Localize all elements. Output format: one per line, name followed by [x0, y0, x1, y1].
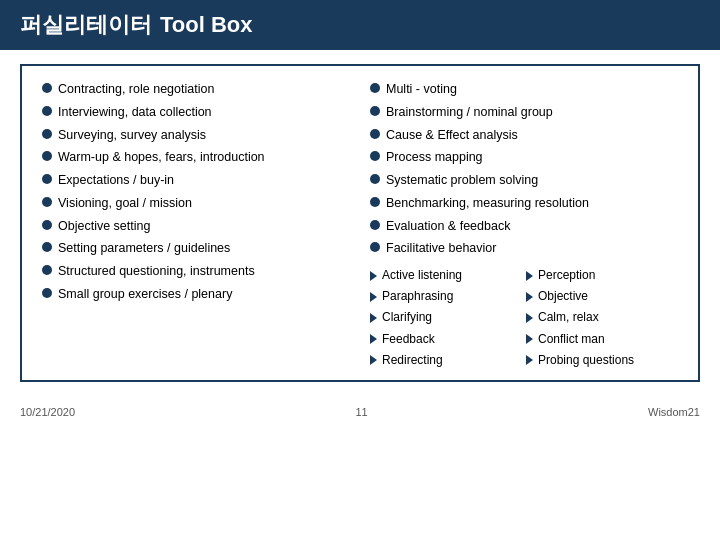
sub-item-col2: Conflict man [526, 330, 678, 349]
triangle-icon [526, 292, 533, 302]
left-list-item: Small group exercises / plenary [42, 285, 350, 304]
triangle-icon [370, 271, 377, 281]
bullet-icon [370, 151, 380, 161]
footer: 10/21/2020 11 Wisdom21 [0, 400, 720, 418]
bullet-icon [42, 106, 52, 116]
footer-brand: Wisdom21 [648, 406, 700, 418]
header: 퍼실리테이터 Tool Box [0, 0, 720, 50]
right-list-item: Cause & Effect analysis [370, 126, 678, 145]
main-content: Contracting, role negotiationInterviewin… [0, 50, 720, 400]
triangle-icon [526, 334, 533, 344]
sub-section: Active listeningPerceptionParaphrasingOb… [370, 266, 678, 370]
left-list-item: Visioning, goal / mission [42, 194, 350, 213]
left-list-item: Surveying, survey analysis [42, 126, 350, 145]
bullet-icon [370, 220, 380, 230]
right-list-item: Facilitative behavior [370, 239, 678, 258]
sub-item-col1: Paraphrasing [370, 287, 522, 306]
bullet-icon [42, 83, 52, 93]
left-list-item: Setting parameters / guidelines [42, 239, 350, 258]
header-english: Tool Box [160, 12, 252, 38]
bullet-icon [42, 220, 52, 230]
sub-item-col2: Perception [526, 266, 678, 285]
bullet-icon [370, 174, 380, 184]
bullet-icon [42, 151, 52, 161]
triangle-icon [370, 313, 377, 323]
bullet-icon [370, 242, 380, 252]
sub-item-col1: Feedback [370, 330, 522, 349]
bullet-icon [370, 83, 380, 93]
footer-page: 11 [355, 406, 367, 418]
right-list-item: Brainstorming / nominal group [370, 103, 678, 122]
right-list-item: Multi - voting [370, 80, 678, 99]
right-list-item: Systematic problem solving [370, 171, 678, 190]
sub-item-col1: Redirecting [370, 351, 522, 370]
sub-item-col2: Objective [526, 287, 678, 306]
bullet-icon [42, 174, 52, 184]
bullet-icon [370, 129, 380, 139]
left-list-item: Structured questioning, instruments [42, 262, 350, 281]
right-column: Multi - votingBrainstorming / nominal gr… [360, 80, 678, 370]
bullet-icon [370, 197, 380, 207]
bullet-icon [42, 242, 52, 252]
bullet-icon [42, 288, 52, 298]
left-list-item: Objective setting [42, 217, 350, 236]
footer-date: 10/21/2020 [20, 406, 75, 418]
left-list-item: Contracting, role negotiation [42, 80, 350, 99]
sub-item-col1: Active listening [370, 266, 522, 285]
left-list-item: Expectations / buy-in [42, 171, 350, 190]
sub-item-col2: Calm, relax [526, 308, 678, 327]
right-list-item: Benchmarking, measuring resolution [370, 194, 678, 213]
bullet-icon [370, 106, 380, 116]
triangle-icon [370, 334, 377, 344]
left-list-item: Warm-up & hopes, fears, introduction [42, 148, 350, 167]
triangle-icon [370, 355, 377, 365]
right-list-item: Evaluation & feedback [370, 217, 678, 236]
sub-grid: Active listeningPerceptionParaphrasingOb… [370, 266, 678, 370]
bullet-icon [42, 197, 52, 207]
triangle-icon [370, 292, 377, 302]
sub-item-col2: Probing questions [526, 351, 678, 370]
triangle-icon [526, 271, 533, 281]
triangle-icon [526, 313, 533, 323]
card: Contracting, role negotiationInterviewin… [20, 64, 700, 382]
right-list-item: Process mapping [370, 148, 678, 167]
bullet-icon [42, 265, 52, 275]
bullet-icon [42, 129, 52, 139]
triangle-icon [526, 355, 533, 365]
sub-item-col1: Clarifying [370, 308, 522, 327]
left-list-item: Interviewing, data collection [42, 103, 350, 122]
left-column: Contracting, role negotiationInterviewin… [42, 80, 360, 370]
header-korean: 퍼실리테이터 [20, 10, 152, 40]
